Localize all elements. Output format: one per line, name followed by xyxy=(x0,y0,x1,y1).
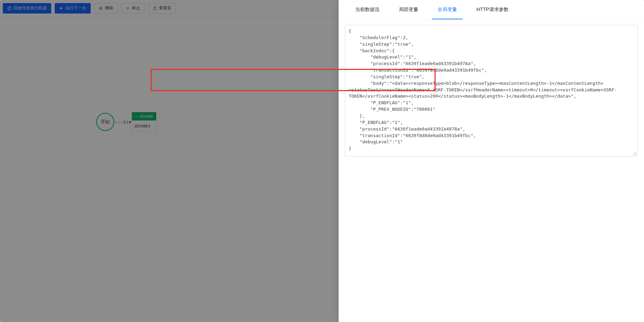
resize-handle-icon[interactable] xyxy=(633,151,637,155)
debug-panel: 当前数据流 局部变量 全局变量 HTTP请求参数 { "SchedulerFla… xyxy=(339,0,644,322)
continue-button[interactable]: 继续 xyxy=(94,3,118,14)
json-transform-node[interactable]: JSON转 JSON转X xyxy=(132,112,156,132)
tab-http-params[interactable]: HTTP请求参数 xyxy=(467,0,518,19)
continue-label: 继续 xyxy=(105,5,113,11)
panel-tabs: 当前数据流 局部变量 全局变量 HTTP请求参数 xyxy=(339,0,644,19)
global-vars-code[interactable]: { "SchedulerFlag":2, "singleStep":"true"… xyxy=(345,25,638,156)
start-node[interactable]: 开始 xyxy=(96,113,114,131)
play-icon xyxy=(59,6,63,10)
replay-button[interactable]: 回放任务执行轨迹 xyxy=(3,3,51,14)
flow-edge-label: 1,1 ▶ xyxy=(123,120,132,124)
view-label: 查看实 xyxy=(159,5,171,11)
continue-icon xyxy=(99,6,103,10)
tab-local-vars[interactable]: 局部变量 xyxy=(389,0,428,19)
tab-current-stream[interactable]: 当前数据流 xyxy=(346,0,389,19)
refresh-icon xyxy=(7,6,11,10)
view-realtime-button[interactable]: 查看实 xyxy=(148,3,176,14)
pause-icon xyxy=(126,6,130,10)
code-icon xyxy=(134,114,138,118)
document-icon xyxy=(153,6,157,10)
start-node-label: 开始 xyxy=(101,119,110,125)
page: 回放任务执行轨迹 运行下一步 继续 终止 xyxy=(0,0,644,322)
step-button[interactable]: 运行下一步 xyxy=(55,3,91,14)
json-node-body: JSON转X xyxy=(132,120,156,132)
panel-body: { "SchedulerFlag":2, "singleStep":"true"… xyxy=(339,19,644,322)
json-node-header: JSON转 xyxy=(132,112,156,120)
terminate-button[interactable]: 终止 xyxy=(121,3,145,14)
code-content: { "SchedulerFlag":2, "singleStep":"true"… xyxy=(349,28,617,151)
step-label: 运行下一步 xyxy=(65,5,86,11)
tab-global-vars[interactable]: 全局变量 xyxy=(428,0,467,19)
terminate-label: 终止 xyxy=(132,5,140,11)
replay-label: 回放任务执行轨迹 xyxy=(14,5,47,11)
